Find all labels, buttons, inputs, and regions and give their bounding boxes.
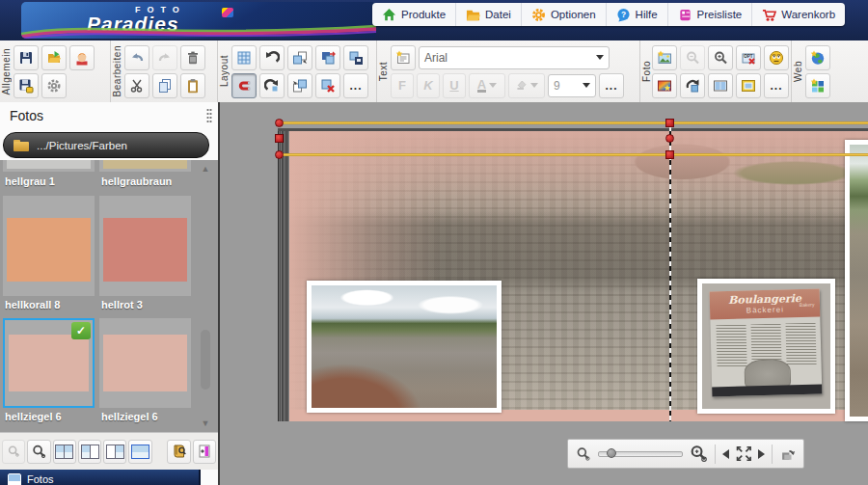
bring-forward-button[interactable] xyxy=(287,73,312,98)
zoom-in-icon[interactable] xyxy=(690,445,708,463)
text-more-button[interactable]: ... xyxy=(599,73,624,98)
italic-button[interactable]: K xyxy=(417,73,440,98)
boulangerie-sign: Boulangerie Bakery Bäckerei xyxy=(710,288,823,396)
inset-photo-sign[interactable]: Boulangerie Bakery Bäckerei xyxy=(697,279,835,414)
next-page-button[interactable] xyxy=(758,449,765,459)
view-right-page-button[interactable] xyxy=(103,440,126,464)
underline-button[interactable]: U xyxy=(443,73,466,98)
red-eye-button[interactable] xyxy=(764,45,789,70)
foto-more-button[interactable]: ... xyxy=(764,73,789,98)
inset-photo-ruins-path[interactable] xyxy=(307,281,502,413)
font-family-select[interactable]: Arial xyxy=(419,46,610,69)
chevron-down-icon xyxy=(489,83,497,88)
handle-top-left[interactable] xyxy=(275,119,284,127)
undo-button[interactable] xyxy=(124,45,149,70)
view-both-pages-button[interactable] xyxy=(53,440,76,464)
section-layout-label: Layout xyxy=(219,55,231,87)
panel-scrollbar: ▲ ▼ xyxy=(199,162,212,430)
folder-path-bar[interactable]: .../Pictures/Farben xyxy=(3,132,209,158)
scrollbar-thumb[interactable] xyxy=(201,330,210,390)
folder-path-text: .../Pictures/Farben xyxy=(37,140,127,151)
handle-bottom-center[interactable] xyxy=(665,150,674,159)
book-search-icon xyxy=(172,444,187,459)
panel-bottom-tab-fotos[interactable]: Fotos xyxy=(0,470,201,485)
zoom-slider-thumb[interactable] xyxy=(607,448,616,458)
view-spread-button[interactable] xyxy=(128,440,151,464)
menu-optionen[interactable]: Optionen xyxy=(522,3,607,26)
add-photo-button[interactable] xyxy=(652,45,677,70)
profile-button[interactable] xyxy=(69,45,95,70)
save-button[interactable] xyxy=(14,45,39,70)
send-backward-button[interactable] xyxy=(287,45,312,70)
photo-optimize-off-button[interactable]: OPT xyxy=(736,45,761,70)
rotate-page-icon[interactable] xyxy=(779,445,796,462)
copy-button[interactable] xyxy=(152,73,177,98)
selection-guide-bottom[interactable] xyxy=(279,153,868,156)
bold-button[interactable]: F xyxy=(391,73,414,98)
delete-button[interactable] xyxy=(180,45,205,70)
swatch-tile[interactable] xyxy=(99,160,191,172)
thumb-zoom-in-button[interactable] xyxy=(27,440,50,464)
layer-front-icon xyxy=(292,78,308,94)
selection-guide-top[interactable] xyxy=(279,121,868,124)
cut-button[interactable] xyxy=(124,73,149,98)
sign-small-text: Bakery xyxy=(800,301,815,307)
paste-button[interactable] xyxy=(180,73,205,98)
inset-photo-right[interactable] xyxy=(845,140,868,421)
scroll-down-arrow[interactable]: ▼ xyxy=(199,417,212,430)
swatch-tile[interactable] xyxy=(3,160,95,172)
save-layout-button[interactable] xyxy=(343,45,368,70)
thumb-zoom-out-button[interactable] xyxy=(2,440,25,464)
magnifier-minus-icon xyxy=(685,50,700,66)
scroll-up-arrow[interactable]: ▲ xyxy=(199,162,212,175)
menu-warenkorb[interactable]: Warenkorb xyxy=(752,3,845,26)
previous-page-button[interactable] xyxy=(722,449,729,459)
handle-bottom-left[interactable] xyxy=(275,150,284,159)
swatch-tile[interactable] xyxy=(99,318,191,408)
photo-rotate-button[interactable] xyxy=(680,73,705,98)
fill-color-button[interactable] xyxy=(508,73,545,98)
open-project-button[interactable] xyxy=(41,45,67,70)
photo-zoom-out-button[interactable] xyxy=(680,45,705,70)
handle-mid-left[interactable] xyxy=(275,134,284,143)
paste-icon xyxy=(185,78,201,94)
menu-preisliste[interactable]: Preisliste xyxy=(668,3,753,26)
rotate-left-button[interactable] xyxy=(259,45,285,70)
handle-mid-center[interactable] xyxy=(665,134,674,143)
zoom-out-icon[interactable] xyxy=(576,446,591,462)
save-as-button[interactable] xyxy=(14,73,39,98)
swatch-tile-selected[interactable]: ✓ xyxy=(3,318,95,408)
zoom-slider-track[interactable] xyxy=(598,451,683,457)
fit-view-icon[interactable] xyxy=(736,445,752,462)
panel-grip-handle[interactable] xyxy=(206,108,212,123)
top-banner: FOTO Paradies Produkte Datei Optionen ? … xyxy=(0,0,868,40)
layout-more-button[interactable]: ... xyxy=(343,73,368,98)
swatch-tile[interactable] xyxy=(99,196,191,296)
menu-produkte[interactable]: Produkte xyxy=(372,3,456,26)
web-upload-button[interactable] xyxy=(805,45,830,70)
section-bearbeiten-label: Bearbeiten xyxy=(112,45,124,96)
photo-compare-button[interactable] xyxy=(708,73,733,98)
handle-top-center[interactable] xyxy=(665,119,674,127)
add-textbox-button[interactable] xyxy=(391,45,416,70)
photo-effects-button[interactable] xyxy=(652,73,677,98)
magnet-snap-button[interactable] xyxy=(231,73,257,98)
preview-book-button[interactable] xyxy=(167,440,190,464)
delete-layout-button[interactable] xyxy=(315,73,340,98)
menu-datei[interactable]: Datei xyxy=(456,3,522,26)
page-fold-dashed-line[interactable] xyxy=(669,121,671,421)
photo-frame-button[interactable] xyxy=(736,73,761,98)
view-left-page-button[interactable] xyxy=(78,440,101,464)
toggle-panel-button[interactable] xyxy=(193,440,216,464)
web-collage-button[interactable] xyxy=(805,73,830,98)
font-size-select[interactable]: 9 xyxy=(548,74,596,97)
swatch-tile[interactable] xyxy=(3,196,95,296)
rotate-right-button[interactable] xyxy=(259,73,285,98)
swap-layout-button[interactable] xyxy=(315,45,340,70)
font-color-button[interactable]: A xyxy=(469,73,505,98)
photo-zoom-in-button[interactable] xyxy=(708,45,733,70)
grid-button[interactable] xyxy=(231,45,257,70)
menu-hilfe[interactable]: ? Hilfe xyxy=(607,3,668,26)
settings-button[interactable] xyxy=(41,73,67,98)
redo-button[interactable] xyxy=(152,45,177,70)
